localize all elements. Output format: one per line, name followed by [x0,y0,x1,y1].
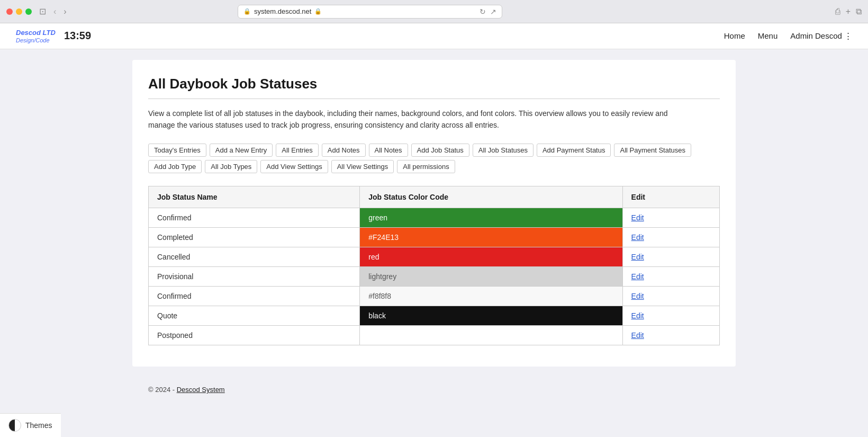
edit-link[interactable]: Edit [631,213,644,222]
page-description: View a complete list of all job statuses… [148,108,677,131]
main-content: All Daybook Job Statuses View a complete… [132,60,736,367]
themes-toggle-icon [8,419,21,432]
table-body: ConfirmedgreenEditCompleted#F24E13EditCa… [149,208,720,345]
cell-status-name: Quote [149,306,360,326]
table-row: ProvisionallightgreyEdit [149,267,720,287]
col-header-name: Job Status Name [149,186,360,208]
cell-status-color: #F24E13 [360,228,622,247]
job-statuses-table: Job Status Name Job Status Color Code Ed… [148,186,720,345]
cell-edit: Edit [622,306,719,326]
nav-pill-12[interactable]: All View Settings [331,160,394,173]
nav-pill-3[interactable]: Add Notes [322,144,366,157]
col-header-edit: Edit [622,186,719,208]
footer-link[interactable]: Descod System [177,386,225,394]
nav-pill-7[interactable]: Add Payment Status [537,144,611,157]
cell-status-color: green [360,208,622,228]
logo-line1: Descod LTD [16,29,56,37]
nav-pill-4[interactable]: All Notes [369,144,408,157]
tabs-button[interactable]: ⧉ [856,7,862,16]
nav-pill-2[interactable]: All Entries [276,144,319,157]
nav-pill-9[interactable]: Add Job Type [148,160,202,173]
edit-link[interactable]: Edit [631,233,644,242]
nav-pills: Today's EntriesAdd a New EntryAll Entrie… [148,144,720,173]
browser-actions: ⎙ + ⧉ [835,7,862,16]
cell-status-color [360,326,622,345]
logo: Descod LTD Design/Code [16,29,56,43]
cell-status-name: Completed [149,228,360,247]
cell-edit: Edit [622,287,719,306]
edit-link[interactable]: Edit [631,272,644,281]
table-row: Confirmed#f8f8f8Edit [149,287,720,306]
logo-area: Descod LTD Design/Code 13:59 [16,29,91,43]
cell-status-color: #f8f8f8 [360,287,622,306]
table-row: QuoteblackEdit [149,306,720,326]
traffic-lights [6,8,32,15]
cell-edit: Edit [622,326,719,345]
cell-edit: Edit [622,208,719,228]
cell-status-name: Confirmed [149,287,360,306]
nav-menu[interactable]: Menu [758,31,778,40]
table-header-row: Job Status Name Job Status Color Code Ed… [149,186,720,208]
edit-link[interactable]: Edit [631,331,644,340]
minimize-button[interactable] [16,8,22,15]
edit-link[interactable]: Edit [631,253,644,261]
edit-link[interactable]: Edit [631,311,644,320]
nav-pill-1[interactable]: Add a New Entry [210,144,273,157]
lock-icon: 🔒 [243,8,251,15]
browser-nav-controls: ⊡ ‹ › [37,5,69,17]
cell-status-name: Postponed [149,326,360,345]
browser-chrome: ⊡ ‹ › 🔒 system.descod.net 🔒 ↻ ↗ ⎙ + ⧉ [0,0,868,23]
cell-status-name: Confirmed [149,208,360,228]
nav-pill-8[interactable]: All Payment Statuses [614,144,691,157]
nav-admin[interactable]: Admin Descod ⋮ [790,31,852,41]
new-tab-button[interactable]: + [846,7,851,16]
nav-pill-13[interactable]: All permissions [397,160,455,173]
security-icon: 🔒 [314,8,322,15]
themes-label: Themes [25,421,52,430]
cell-edit: Edit [622,267,719,287]
copyright-text: © 2024 - [148,386,177,394]
themes-bar[interactable]: Themes [0,413,61,437]
nav-pill-10[interactable]: All Job Types [205,160,257,173]
table-header: Job Status Name Job Status Color Code Ed… [149,186,720,208]
url-text: system.descod.net [254,7,311,15]
nav-pill-0[interactable]: Today's Entries [148,144,206,157]
sidebar-toggle-icon[interactable]: ⊡ [37,5,48,17]
table-row: CancelledredEdit [149,247,720,267]
maximize-button[interactable] [25,8,32,15]
back-icon[interactable]: ‹ [51,6,58,17]
edit-link[interactable]: Edit [631,292,644,300]
col-header-color: Job Status Color Code [360,186,622,208]
close-button[interactable] [6,8,13,15]
nav-pill-11[interactable]: Add View Settings [260,160,328,173]
cell-status-color: black [360,306,622,326]
cell-status-name: Provisional [149,267,360,287]
reload-icon[interactable]: ↻ [480,7,486,16]
cell-status-name: Cancelled [149,247,360,267]
cell-edit: Edit [622,247,719,267]
nav-pill-6[interactable]: All Job Statuses [473,144,534,157]
page-title: All Daybook Job Statuses [148,76,720,92]
cell-edit: Edit [622,228,719,247]
address-bar[interactable]: 🔒 system.descod.net 🔒 ↻ ↗ [238,5,502,19]
nav-pill-5[interactable]: Add Job Status [411,144,469,157]
table-row: PostponedEdit [149,326,720,345]
app-header: Descod LTD Design/Code 13:59 Home Menu A… [0,23,868,49]
table-row: Completed#F24E13Edit [149,228,720,247]
forward-icon[interactable]: › [61,6,68,17]
logo-line2: Design/Code [16,37,56,43]
page-divider [148,99,720,99]
main-nav: Home Menu Admin Descod ⋮ [724,31,852,41]
clock: 13:59 [64,30,91,42]
cell-status-color: lightgrey [360,267,622,287]
cell-status-color: red [360,247,622,267]
share-button[interactable]: ⎙ [835,7,840,16]
nav-home[interactable]: Home [724,31,745,40]
footer: © 2024 - Descod System [132,377,736,402]
share-icon[interactable]: ↗ [490,7,496,16]
table-row: ConfirmedgreenEdit [149,208,720,228]
